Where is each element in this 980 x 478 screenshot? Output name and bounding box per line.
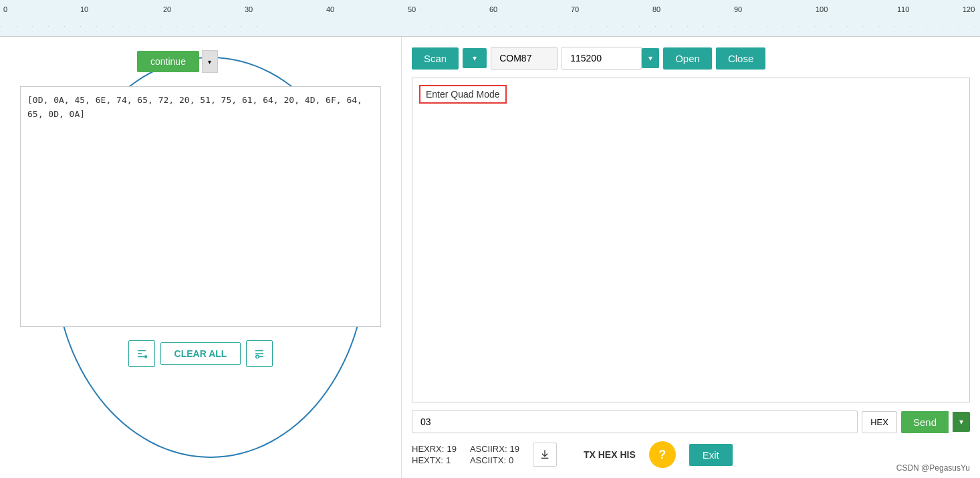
svg-text:60: 60	[489, 5, 497, 13]
toolbar: Scan ▾ ▾ Open Close	[412, 47, 970, 70]
scan-button[interactable]: Scan	[412, 47, 459, 70]
svg-text:20: 20	[163, 5, 171, 13]
left-panel: continue ▾ [0D, 0A, 45, 6E, 74, 65, 72, …	[0, 37, 401, 478]
svg-point-15	[144, 355, 147, 358]
hex-display: [0D, 0A, 45, 6E, 74, 65, 72, 20, 51, 75,…	[20, 86, 381, 327]
svg-text:90: 90	[734, 5, 742, 13]
ascii-status-group: ASCIIRX: 19 ASCIITX: 0	[470, 444, 519, 465]
bottom-controls: CLEAR ALL	[13, 340, 388, 367]
right-panel: Scan ▾ ▾ Open Close Enter Quad Mode HEX …	[401, 37, 980, 478]
rx-status-group: HEXRX: 19 HEXTX: 1	[412, 444, 457, 465]
terminal: Enter Quad Mode	[412, 78, 970, 402]
asciirx-item: ASCIIRX: 19	[470, 444, 519, 454]
terminal-text: Enter Quad Mode	[419, 85, 507, 104]
asciirx-value: 19	[510, 444, 519, 454]
svg-text:. . . . . . . . . . . . . . . : . . . . . . . . . . . . . . . . . . . . …	[0, 23, 980, 27]
watermark: CSDN @PegasusYu	[896, 463, 970, 473]
svg-text:120: 120	[963, 5, 975, 13]
continue-button-area: continue ▾	[137, 50, 388, 73]
asciitx-value: 0	[509, 455, 513, 465]
svg-text:100: 100	[816, 5, 828, 13]
asciitx-label: ASCIITX:	[470, 455, 506, 465]
hexrx-item: HEXRX: 19	[412, 444, 457, 454]
hextx-item: HEXTX: 1	[412, 455, 457, 465]
send-input[interactable]	[412, 410, 858, 433]
svg-text:10: 10	[80, 5, 88, 13]
hexrx-label: HEXRX:	[412, 444, 444, 454]
status-bar: HEXRX: 19 HEXTX: 1 ASCIIRX: 19 ASCIITX: …	[412, 441, 970, 468]
svg-text:40: 40	[326, 5, 334, 13]
baud-dropdown-button[interactable]: ▾	[642, 48, 659, 68]
asciitx-item: ASCIITX: 0	[470, 455, 519, 465]
question-button[interactable]: ?	[649, 441, 676, 468]
hexrx-value: 19	[447, 444, 456, 454]
tx-hex-his-label: TX HEX HIS	[584, 449, 636, 460]
com-port-input[interactable]	[491, 47, 558, 70]
icon-left-button[interactable]	[128, 340, 155, 367]
download-button[interactable]	[533, 443, 557, 467]
baud-rate-input[interactable]	[562, 47, 642, 70]
send-dropdown-button[interactable]: ▾	[953, 412, 970, 432]
svg-text:50: 50	[408, 5, 416, 13]
baud-group: ▾	[562, 47, 659, 70]
continue-button[interactable]: continue	[137, 51, 199, 72]
open-button[interactable]: Open	[663, 47, 712, 70]
main-content: continue ▾ [0D, 0A, 45, 6E, 74, 65, 72, …	[0, 37, 980, 478]
send-area: HEX Send ▾	[412, 410, 970, 433]
clear-all-button[interactable]: CLEAR ALL	[160, 342, 241, 365]
svg-text:70: 70	[571, 5, 579, 13]
asciirx-label: ASCIIRX:	[470, 444, 507, 454]
svg-point-16	[256, 355, 259, 358]
send-button[interactable]: Send	[901, 411, 949, 433]
svg-text:80: 80	[652, 5, 660, 13]
svg-text:110: 110	[897, 5, 909, 13]
scan-dropdown-button[interactable]: ▾	[463, 48, 487, 68]
hextx-label: HEXTX:	[412, 455, 443, 465]
hextx-value: 1	[446, 455, 451, 465]
hex-content: [0D, 0A, 45, 6E, 74, 65, 72, 20, 51, 75,…	[27, 95, 362, 119]
svg-text:0: 0	[3, 5, 7, 13]
continue-arrow-button[interactable]: ▾	[202, 50, 218, 73]
close-button[interactable]: Close	[716, 47, 765, 70]
exit-button[interactable]: Exit	[689, 444, 733, 466]
hex-toggle-button[interactable]: HEX	[862, 411, 897, 433]
svg-text:30: 30	[245, 5, 253, 13]
icon-right-button[interactable]	[246, 340, 273, 367]
ruler: 0 10 20 30 40 50 60 70 80 90 100 110 120…	[0, 0, 980, 37]
